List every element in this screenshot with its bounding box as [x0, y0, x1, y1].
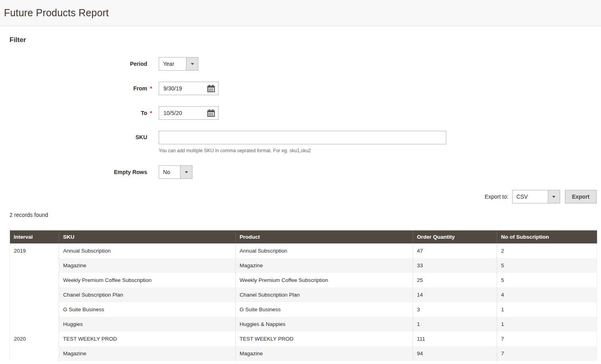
- cell-subscriptions: 7: [497, 331, 597, 346]
- cell-subscriptions: 2: [497, 243, 597, 258]
- to-calendar-button[interactable]: [207, 109, 218, 117]
- to-field-row: To *: [10, 106, 597, 120]
- cell-product: G Suite Business: [236, 302, 413, 317]
- chevron-down-icon: [186, 57, 198, 70]
- sku-help-note: You can add multiple SKU in comma seprat…: [159, 148, 446, 153]
- empty-rows-label: Empty Rows: [10, 169, 147, 175]
- sku-label: SKU: [10, 131, 147, 140]
- export-format-select[interactable]: CSV: [512, 190, 560, 203]
- period-select[interactable]: Year: [159, 57, 198, 71]
- cell-sku: Annual Subscription: [59, 243, 236, 258]
- to-required: *: [147, 110, 159, 116]
- report-table: Interval SKU Product Order Quantity No o…: [10, 230, 597, 361]
- cell-product: Chanel Subscription Plan: [236, 287, 413, 302]
- cell-interval: 2020: [10, 331, 59, 361]
- cell-subscriptions: 7: [497, 346, 597, 361]
- empty-rows-field-row: Empty Rows No: [10, 165, 597, 179]
- table-row: 2020TEST WEEKLY PRODTEST WEEKLY PROD1117: [10, 331, 597, 346]
- table-row: Chanel Subscription PlanChanel Subscript…: [10, 287, 597, 302]
- column-header-product[interactable]: Product: [236, 230, 413, 243]
- required-asterisk: *: [150, 110, 152, 116]
- chevron-down-icon: [548, 190, 560, 203]
- cell-product: Weekly Premium Coffee Subscription: [236, 273, 413, 287]
- column-header-interval[interactable]: Interval: [10, 230, 59, 243]
- required-asterisk: *: [150, 85, 152, 92]
- cell-product: Huggies & Nappies: [236, 317, 413, 331]
- chevron-down-icon: [180, 166, 192, 178]
- cell-sku: Weekly Premium Coffee Subscription: [59, 273, 236, 287]
- table-row: MagazineMagazine335: [10, 258, 597, 273]
- cell-product: Annual Subscription: [236, 243, 413, 258]
- filter-heading: Filter: [10, 36, 597, 44]
- cell-product: Magazine: [236, 346, 413, 361]
- cell-order-quantity: 3: [413, 302, 497, 317]
- from-required: *: [147, 85, 159, 92]
- table-row: Weekly Premium Coffee SubscriptionWeekly…: [10, 273, 597, 287]
- sku-field-row: SKU You can add multiple SKU in comma se…: [10, 131, 597, 153]
- cell-product: Magazine: [236, 258, 413, 273]
- cell-subscriptions: 5: [497, 258, 597, 273]
- cell-order-quantity: 1: [413, 317, 497, 331]
- table-header-row: Interval SKU Product Order Quantity No o…: [10, 230, 597, 243]
- cell-order-quantity: 14: [413, 287, 497, 302]
- table-row: HuggiesHuggies & Nappies11: [10, 317, 597, 331]
- export-to-label: Export to:: [485, 193, 509, 200]
- cell-order-quantity: 47: [413, 243, 497, 258]
- table-row: MagazineMagazine947: [10, 346, 597, 361]
- calendar-icon: [207, 109, 215, 117]
- cell-product: TEST WEEKLY PROD: [236, 331, 413, 346]
- to-date-field: [159, 106, 219, 120]
- cell-sku: G Suite Business: [59, 302, 236, 317]
- cell-order-quantity: 25: [413, 273, 497, 287]
- export-format-value: CSV: [513, 190, 548, 203]
- column-header-order-quantity[interactable]: Order Quantity: [413, 230, 497, 243]
- report-table-head: Interval SKU Product Order Quantity No o…: [10, 230, 597, 243]
- report-content: Filter Period Year From *: [0, 36, 601, 361]
- cell-sku: TEST WEEKLY PROD: [59, 331, 236, 346]
- to-date-input[interactable]: [159, 107, 207, 119]
- cell-sku: Magazine: [59, 346, 236, 361]
- cell-subscriptions: 5: [497, 273, 597, 287]
- from-date-input[interactable]: [159, 82, 207, 95]
- cell-subscriptions: 1: [497, 302, 597, 317]
- sku-field-wrap: You can add multiple SKU in comma seprat…: [159, 131, 446, 153]
- report-table-body: 2019Annual SubscriptionAnnual Subscripti…: [10, 243, 597, 361]
- empty-rows-select-value: No: [159, 166, 180, 178]
- period-select-value: Year: [159, 57, 186, 70]
- export-button[interactable]: Export: [565, 190, 597, 203]
- cell-sku: Magazine: [59, 258, 236, 273]
- from-field-row: From *: [10, 82, 597, 95]
- empty-rows-select[interactable]: No: [159, 165, 192, 179]
- cell-subscriptions: 1: [497, 317, 597, 331]
- column-header-sku[interactable]: SKU: [59, 230, 236, 243]
- cell-subscriptions: 4: [497, 287, 597, 302]
- column-header-subscriptions[interactable]: No of Subscription: [497, 230, 597, 243]
- page-header: Future Products Report: [0, 0, 601, 26]
- cell-order-quantity: 111: [413, 331, 497, 346]
- from-label: From: [10, 85, 147, 92]
- cell-order-quantity: 94: [413, 346, 497, 361]
- calendar-icon: [207, 85, 215, 92]
- sku-input[interactable]: [159, 131, 446, 144]
- cell-sku: Huggies: [59, 317, 236, 331]
- cell-sku: Chanel Subscription Plan: [59, 287, 236, 302]
- period-label: Period: [10, 61, 147, 67]
- table-row: 2019Annual SubscriptionAnnual Subscripti…: [10, 243, 597, 258]
- table-row: G Suite BusinessG Suite Business31: [10, 302, 597, 317]
- from-date-field: [159, 82, 219, 95]
- filter-form: Period Year From *: [10, 57, 597, 179]
- cell-order-quantity: 33: [413, 258, 497, 273]
- period-field-row: Period Year: [10, 57, 597, 71]
- page-title: Future Products Report: [4, 7, 109, 19]
- to-label: To: [10, 110, 147, 116]
- export-bar: Export to: CSV Export: [10, 190, 597, 203]
- from-calendar-button[interactable]: [207, 85, 218, 92]
- records-found: 2 records found: [10, 212, 597, 218]
- cell-interval: 2019: [10, 243, 59, 331]
